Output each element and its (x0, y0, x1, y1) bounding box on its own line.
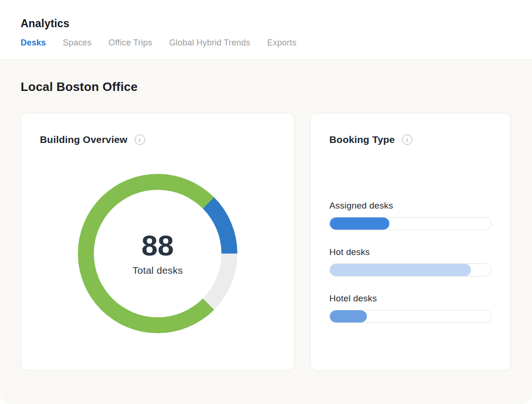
hot-desks-bar-track (329, 263, 492, 277)
donut-center: 88 Total desks (94, 190, 221, 317)
booking-type-header: Booking Type i (329, 134, 492, 145)
hot-desks-label: Hot desks (329, 247, 492, 257)
info-icon[interactable]: i (135, 135, 145, 145)
booking-type-card: Booking Type i Assigned desks Hot desks (310, 113, 511, 371)
building-overview-header: Building Overview i (40, 134, 275, 145)
page-title: Analytics (0, 0, 532, 30)
hotel-desks-label: Hotel desks (329, 293, 492, 304)
total-desks-value: 88 (142, 231, 174, 260)
main-content: Local Boston Office Building Overview i … (0, 80, 532, 371)
total-desks-label: Total desks (132, 265, 182, 276)
tab-bar: Desks Spaces Office Trips Global Hybrid … (21, 38, 532, 48)
tab-office-trips[interactable]: Office Trips (108, 38, 152, 48)
hot-desks-group: Hot desks (329, 247, 492, 277)
tab-desks[interactable]: Desks (21, 38, 46, 48)
tab-spaces[interactable]: Spaces (63, 38, 91, 48)
app-header: Analytics Desks Spaces Office Trips Glob… (0, 0, 532, 60)
donut-chart-area: 88 Total desks (40, 174, 275, 333)
donut-chart: 88 Total desks (78, 174, 237, 333)
booking-bars: Assigned desks Hot desks Hotel desks (329, 201, 492, 323)
info-icon[interactable]: i (402, 135, 412, 145)
assigned-desks-group: Assigned desks (329, 201, 492, 230)
tab-global-hybrid-trends[interactable]: Global Hybrid Trends (169, 38, 250, 48)
assigned-desks-label: Assigned desks (329, 201, 492, 211)
section-heading: Local Boston Office (21, 80, 511, 94)
hot-desks-bar-fill (330, 264, 471, 276)
cards-row: Building Overview i 88 Total desks Booki… (21, 113, 511, 371)
assigned-desks-bar-fill (330, 217, 389, 230)
assigned-desks-bar-track (329, 217, 492, 230)
booking-type-title: Booking Type (329, 134, 395, 145)
hotel-desks-group: Hotel desks (329, 293, 492, 323)
hotel-desks-bar-fill (330, 310, 367, 322)
tab-exports[interactable]: Exports (267, 38, 296, 48)
analytics-screen: Analytics Desks Spaces Office Trips Glob… (0, 0, 532, 404)
hotel-desks-bar-track (329, 310, 492, 323)
building-overview-card: Building Overview i 88 Total desks (21, 113, 295, 371)
building-overview-title: Building Overview (40, 134, 128, 145)
